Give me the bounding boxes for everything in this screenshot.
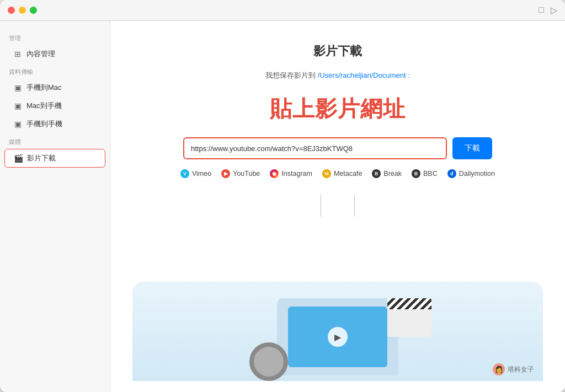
sidebar-section-transfer: 資料傳輸 [0, 63, 110, 78]
url-input[interactable] [183, 137, 447, 159]
sidebar-item-content-mgmt[interactable]: ⊞ 內容管理 [4, 45, 105, 63]
laptop-illustration: ▶ [277, 298, 398, 375]
sidebar-item-mac-to-phone[interactable]: ▣ Mac到手機 [4, 97, 105, 115]
laptop-screen: ▶ [288, 307, 387, 367]
sidebar-item-label: 手機到手機 [26, 119, 62, 129]
separator-2 [354, 195, 355, 217]
service-metacafe[interactable]: M Metacafe [322, 169, 362, 178]
instagram-icon: ◉ [270, 169, 279, 178]
clapboard-icon [387, 298, 431, 337]
sidebar-item-video-download[interactable]: 🎬 影片下載 [4, 149, 105, 168]
illustration-area: ▶ 👩 塔科女子 [132, 217, 543, 381]
page-title: 影片下載 [313, 43, 362, 60]
dailymotion-icon: d [447, 169, 456, 178]
close-button[interactable] [8, 7, 15, 14]
separator-1 [321, 195, 321, 217]
save-path-prefix: 我想保存影片到 [265, 71, 316, 79]
sidebar-item-label: 手機到Mac [26, 83, 62, 93]
sidebar-item-phone-to-mac[interactable]: ▣ 手機到Mac [4, 79, 105, 96]
service-youtube[interactable]: ▶ YouTube [221, 169, 260, 178]
window-icon-1[interactable]: □ [539, 5, 544, 15]
service-row: V Vimeo ▶ YouTube ◉ Instagram M Metacafe… [180, 169, 495, 178]
minimize-button[interactable] [19, 7, 26, 14]
url-row: 下載 [183, 137, 492, 159]
phone-mac-icon: ▣ [13, 83, 22, 92]
vimeo-icon: V [180, 169, 189, 178]
grid-icon: ⊞ [13, 50, 22, 58]
metacafe-icon: M [322, 169, 331, 178]
illustration-laptop: ▶ [277, 298, 398, 381]
download-button[interactable]: 下載 [452, 137, 492, 159]
paste-heading: 貼上影片網址 [270, 94, 406, 124]
clap-body [387, 309, 431, 337]
video-icon: 🎬 [14, 154, 23, 163]
service-bbc[interactable]: B BBC [412, 169, 438, 178]
content-area: 影片下載 我想保存影片到 /Users/racheljian/Document … [110, 21, 565, 392]
app-window: □ ▷ 管理 ⊞ 內容管理 資料傳輸 ▣ 手機到Mac ▣ Mac到手機 ▣ 手… [0, 0, 565, 392]
service-vimeo[interactable]: V Vimeo [180, 169, 211, 178]
sidebar-item-label: Mac到手機 [26, 101, 62, 111]
service-instagram[interactable]: ◉ Instagram [270, 169, 312, 178]
sidebar: 管理 ⊞ 內容管理 資料傳輸 ▣ 手機到Mac ▣ Mac到手機 ▣ 手機到手機… [0, 21, 110, 392]
save-path-row: 我想保存影片到 /Users/racheljian/Document : [265, 71, 410, 80]
sidebar-item-label: 內容管理 [26, 49, 55, 59]
titlebar-action-icons: □ ▷ [539, 5, 557, 15]
sidebar-section-media: 媒體 [0, 133, 110, 148]
film-reel-icon [249, 342, 288, 381]
save-path-link[interactable]: /Users/racheljian/Document : [318, 71, 410, 79]
clap-stripes [387, 298, 431, 309]
watermark-label: 塔科女子 [508, 365, 534, 374]
main-layout: 管理 ⊞ 內容管理 資料傳輸 ▣ 手機到Mac ▣ Mac到手機 ▣ 手機到手機… [0, 21, 565, 392]
service-label: Vimeo [192, 170, 211, 178]
service-label: YouTube [233, 170, 260, 178]
mac-phone-icon: ▣ [13, 101, 22, 110]
sidebar-item-phone-to-phone[interactable]: ▣ 手機到手機 [4, 115, 105, 133]
phone-phone-icon: ▣ [13, 120, 22, 128]
watermark-avatar: 👩 [493, 363, 505, 375]
fullscreen-button[interactable] [30, 7, 37, 14]
service-dailymotion[interactable]: d Dailymotion [447, 169, 495, 178]
bbc-icon: B [412, 169, 420, 178]
sidebar-section-mgmt: 管理 [0, 30, 110, 45]
sidebar-item-label: 影片下載 [27, 153, 56, 163]
titlebar: □ ▷ [0, 0, 565, 21]
service-label: Instagram [281, 170, 312, 178]
traffic-lights [8, 7, 37, 14]
service-break[interactable]: B Break [372, 169, 402, 178]
service-label: Metacafe [334, 170, 362, 178]
play-button-icon: ▶ [328, 327, 348, 347]
service-label: Break [383, 170, 402, 178]
separator-lines [321, 195, 355, 217]
service-label: BBC [423, 170, 438, 178]
service-label: Dailymotion [459, 170, 495, 178]
watermark: 👩 塔科女子 [493, 363, 534, 375]
window-icon-2[interactable]: ▷ [551, 5, 557, 15]
youtube-icon: ▶ [221, 169, 230, 178]
break-icon: B [372, 169, 381, 178]
